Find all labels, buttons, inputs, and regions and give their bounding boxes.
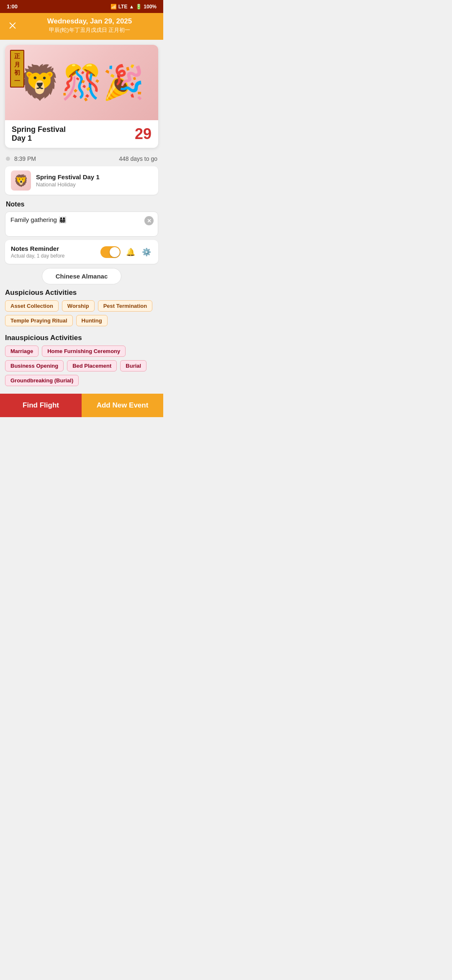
chinese-almanac-button[interactable]: Chinese Almanac bbox=[42, 268, 122, 284]
find-flight-button[interactable]: Find Flight bbox=[0, 394, 82, 417]
add-new-event-button[interactable]: Add New Event bbox=[82, 394, 163, 417]
time-value: 8:39 PM bbox=[14, 155, 36, 162]
auspicious-activities-section: Auspicious Activities Asset Collection W… bbox=[0, 289, 163, 330]
time-row: 8:39 PM 448 days to go bbox=[0, 153, 163, 165]
header-text: Wednesday, Jan 29, 2025 甲辰(蛇)年丁丑月戊戌日 正月初… bbox=[23, 17, 157, 34]
header-date: Wednesday, Jan 29, 2025 bbox=[23, 17, 157, 26]
holiday-name: Spring Festival Day 1 bbox=[36, 173, 100, 181]
reminder-controls: 🔔 ⚙️ bbox=[100, 246, 152, 258]
lunar-date-label: 正月初一 bbox=[10, 50, 24, 88]
notes-text: Family gathering 👨‍👩‍👧‍👦 bbox=[10, 216, 143, 224]
settings-icon[interactable]: ⚙️ bbox=[141, 246, 152, 258]
tag-home-furnishing-ceremony: Home Furnishing Ceremony bbox=[42, 346, 126, 357]
holiday-info: Spring Festival Day 1 National Holiday bbox=[36, 173, 100, 188]
holiday-type: National Holiday bbox=[36, 181, 100, 188]
tag-bed-placement: Bed Placement bbox=[67, 360, 117, 371]
wifi-icon: 📶 bbox=[110, 4, 117, 10]
tag-burial: Burial bbox=[120, 360, 146, 371]
header-lunar: 甲辰(蛇)年丁丑月戊戌日 正月初一 bbox=[23, 26, 157, 34]
card-image: 正月初一 🦁🎊🎉 bbox=[5, 45, 158, 120]
tag-pest-termination: Pest Termination bbox=[98, 300, 153, 312]
event-time: 8:39 PM bbox=[6, 155, 36, 162]
tag-worship: Worship bbox=[62, 300, 95, 312]
time-dot bbox=[6, 157, 10, 161]
status-icons: 📶 LTE ▲ 🔋 100% bbox=[110, 4, 157, 10]
tag-groundbreaking-burial: Groundbreaking (Burial) bbox=[5, 375, 79, 386]
bottom-buttons: Find Flight Add New Event bbox=[0, 394, 163, 417]
notes-input-container[interactable]: Family gathering 👨‍👩‍👧‍👦 ✕ bbox=[5, 211, 158, 237]
auspicious-tags: Asset Collection Worship Pest Terminatio… bbox=[5, 300, 158, 326]
festival-card: 正月初一 🦁🎊🎉 Spring FestivalDay 1 29 bbox=[5, 45, 158, 148]
inauspicious-tags: Marriage Home Furnishing Ceremony Busine… bbox=[5, 346, 158, 386]
reminder-info: Notes Reminder Actual day, 1 day before bbox=[11, 245, 65, 259]
card-day-number: 29 bbox=[135, 125, 152, 143]
notes-label: Notes bbox=[0, 196, 163, 210]
status-time: 1:00 bbox=[7, 3, 18, 10]
tag-hunting: Hunting bbox=[76, 315, 108, 326]
reminder-subtitle: Actual day, 1 day before bbox=[11, 253, 65, 259]
reminder-title: Notes Reminder bbox=[11, 245, 65, 252]
notes-reminder-row: Notes Reminder Actual day, 1 day before … bbox=[5, 240, 158, 264]
card-footer: Spring FestivalDay 1 29 bbox=[5, 120, 158, 148]
tag-asset-collection: Asset Collection bbox=[5, 300, 59, 312]
holiday-icon: 🦁 bbox=[11, 170, 31, 191]
inauspicious-activities-section: Inauspicious Activities Marriage Home Fu… bbox=[0, 334, 163, 389]
inauspicious-title: Inauspicious Activities bbox=[5, 334, 158, 342]
signal-icon: ▲ bbox=[129, 4, 134, 10]
app-header: Wednesday, Jan 29, 2025 甲辰(蛇)年丁丑月戊戌日 正月初… bbox=[0, 13, 163, 40]
battery-level: 100% bbox=[144, 4, 157, 10]
days-to-go: 448 days to go bbox=[119, 155, 157, 162]
battery-icon: 🔋 bbox=[136, 4, 142, 10]
holiday-item: 🦁 Spring Festival Day 1 National Holiday bbox=[5, 166, 158, 195]
toggle-knob bbox=[110, 247, 120, 257]
lte-label: LTE bbox=[118, 4, 128, 10]
card-title: Spring FestivalDay 1 bbox=[12, 125, 66, 143]
tag-marriage: Marriage bbox=[5, 346, 39, 357]
lion-dance-art: 🦁🎊🎉 bbox=[19, 63, 144, 102]
tag-temple-praying-ritual: Temple Praying Ritual bbox=[5, 315, 73, 326]
reminder-toggle[interactable] bbox=[100, 246, 121, 258]
status-bar: 1:00 📶 LTE ▲ 🔋 100% bbox=[0, 0, 163, 13]
bell-icon[interactable]: 🔔 bbox=[125, 246, 136, 258]
auspicious-title: Auspicious Activities bbox=[5, 289, 158, 297]
notes-clear-button[interactable]: ✕ bbox=[144, 216, 154, 225]
tag-business-opening: Business Opening bbox=[5, 360, 64, 371]
close-button[interactable] bbox=[7, 20, 18, 31]
